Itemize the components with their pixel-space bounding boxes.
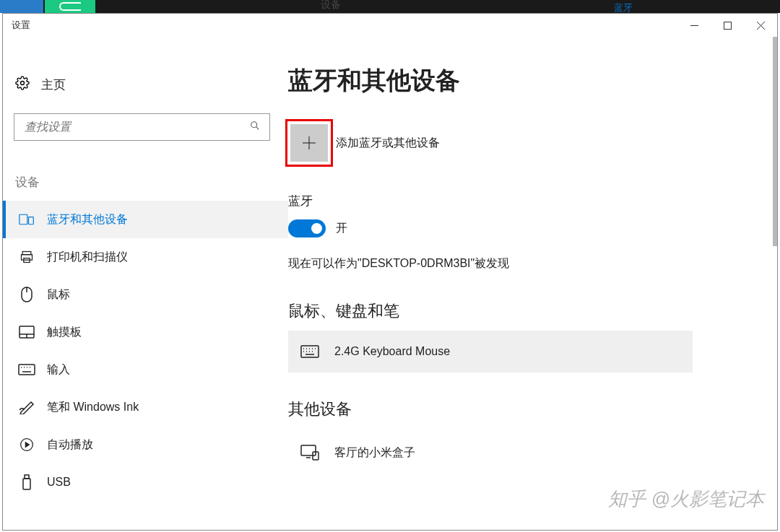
minimize-icon: [690, 22, 698, 30]
printer-icon: [18, 250, 35, 264]
mouse-icon: [18, 287, 35, 302]
bg-tab-label: 蓝牙: [614, 1, 633, 13]
window-controls: [677, 14, 777, 37]
sidebar-item-label: 鼠标: [47, 287, 70, 302]
background-taskbar: 设备 蓝牙: [0, 0, 780, 13]
close-button[interactable]: [744, 14, 777, 37]
sidebar-section-label: 设备: [14, 174, 288, 191]
device-name: 2.4G Keyboard Mouse: [334, 345, 450, 358]
minimize-button[interactable]: [677, 14, 711, 37]
touchpad-icon: [18, 326, 35, 339]
sidebar-item-label: 触摸板: [47, 325, 82, 340]
svg-point-5: [251, 122, 257, 128]
svg-rect-10: [22, 255, 32, 261]
svg-rect-17: [19, 365, 35, 375]
add-device-highlight: [285, 119, 333, 167]
search-input[interactable]: [25, 121, 249, 134]
main-panel: 蓝牙和其他设备 添加蓝牙或其他设备 蓝牙 开 现在可以作为"DESKTOP-0D…: [288, 37, 777, 530]
pen-icon: [18, 400, 35, 414]
sidebar-item-printers[interactable]: 打印机和扫描仪: [3, 238, 288, 276]
sidebar-item-bluetooth[interactable]: 蓝牙和其他设备: [3, 201, 288, 238]
devices-icon: [18, 213, 35, 226]
svg-marker-24: [25, 442, 29, 448]
svg-rect-1: [724, 22, 731, 29]
sidebar-item-pen[interactable]: 笔和 Windows Ink: [3, 388, 288, 426]
sidebar-item-autoplay[interactable]: 自动播放: [3, 426, 288, 463]
home-link[interactable]: 主页: [14, 69, 288, 100]
svg-rect-7: [20, 214, 27, 224]
keyboard-icon: [300, 345, 320, 358]
svg-rect-9: [22, 252, 31, 255]
usb-icon: [18, 474, 35, 490]
section-other-devices: 其他设备: [288, 398, 773, 420]
page-title: 蓝牙和其他设备: [288, 64, 773, 97]
cast-device-icon: [300, 445, 320, 461]
maximize-button[interactable]: [711, 14, 744, 37]
device-item[interactable]: 2.4G Keyboard Mouse: [288, 331, 693, 372]
sidebar-item-label: 蓝牙和其他设备: [47, 212, 128, 227]
window-title: 设置: [12, 19, 30, 32]
keyboard-icon: [18, 364, 35, 375]
titlebar: 设置: [3, 14, 777, 37]
gear-icon: [15, 76, 30, 93]
sidebar-item-label: 自动播放: [47, 437, 93, 453]
svg-line-6: [256, 127, 259, 130]
toggle-state-label: 开: [336, 221, 347, 236]
sidebar-item-touchpad[interactable]: 触摸板: [3, 313, 288, 351]
add-device-label: 添加蓝牙或其他设备: [336, 136, 440, 151]
discoverable-text: 现在可以作为"DESKTOP-0DRM3BI"被发现: [288, 256, 773, 271]
device-item[interactable]: 客厅的小米盒子: [288, 430, 693, 475]
section-mouse-keyboard: 鼠标、键盘和笔: [288, 300, 773, 322]
sidebar-item-label: 输入: [47, 362, 70, 378]
sidebar-item-label: 笔和 Windows Ink: [47, 400, 139, 415]
scroll-thumb[interactable]: [773, 37, 777, 246]
bluetooth-toggle[interactable]: [288, 219, 326, 237]
svg-rect-40: [301, 445, 316, 455]
maximize-icon: [724, 22, 732, 30]
sidebar: 主页 设备 蓝牙和其他设备: [3, 37, 288, 530]
svg-rect-26: [23, 479, 30, 489]
close-icon: [757, 22, 765, 30]
bluetooth-section-label: 蓝牙: [288, 193, 773, 209]
home-label: 主页: [41, 77, 66, 93]
sidebar-item-label: USB: [47, 476, 71, 489]
search-icon: [249, 120, 261, 134]
bg-tab-label: 设备: [321, 0, 341, 12]
sidebar-item-label: 打印机和扫描仪: [47, 250, 128, 265]
sidebar-item-mouse[interactable]: 鼠标: [3, 276, 288, 313]
svg-point-4: [21, 82, 25, 85]
sidebar-item-typing[interactable]: 输入: [3, 351, 288, 388]
add-device-button[interactable]: [290, 124, 328, 162]
device-name: 客厅的小米盒子: [334, 445, 415, 461]
settings-window: 设置 主页: [2, 13, 778, 531]
autoplay-icon: [18, 437, 35, 452]
sidebar-item-usb[interactable]: USB: [3, 463, 288, 501]
scrollbar[interactable]: [773, 37, 777, 530]
svg-rect-8: [29, 217, 34, 224]
search-box[interactable]: [14, 113, 270, 141]
plus-icon: [301, 135, 317, 151]
